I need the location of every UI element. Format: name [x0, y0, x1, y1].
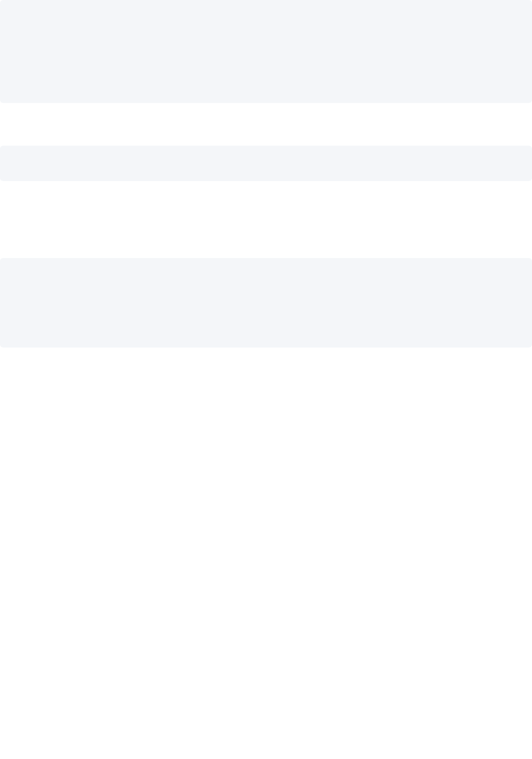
placeholder-block-1	[0, 0, 532, 103]
placeholder-block-3	[0, 258, 532, 348]
placeholder-block-2	[0, 146, 532, 181]
